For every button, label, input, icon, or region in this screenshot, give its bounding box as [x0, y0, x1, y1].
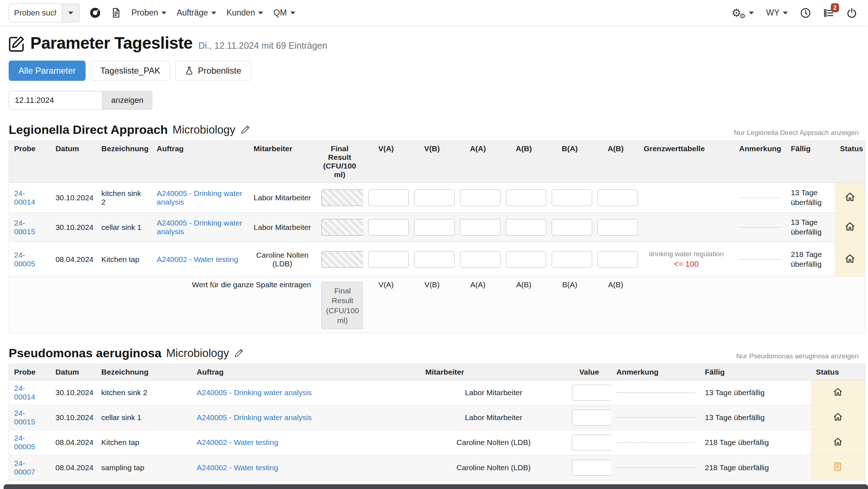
edit-pencil-icon[interactable] [234, 348, 244, 358]
nav-menu-auftraege[interactable]: Aufträge [177, 8, 216, 18]
top-navbar: Proben Aufträge Kunden QM ⚙⚙ WY 2 [0, 0, 868, 26]
ba-input[interactable] [552, 189, 592, 206]
probe-link[interactable]: 24-00005 [14, 251, 35, 268]
settings-menu[interactable]: ⚙⚙ [732, 8, 754, 18]
ab2-input[interactable] [598, 219, 638, 236]
aa-input[interactable] [460, 189, 500, 206]
ab2-input[interactable] [598, 251, 638, 268]
col-faellig: Fällig [786, 141, 835, 183]
value-input[interactable] [572, 435, 611, 450]
tab-probenliste-label: Probenliste [198, 66, 241, 76]
fill-aa-button[interactable]: A(A) [455, 277, 501, 333]
col-auftrag: Auftrag [192, 364, 420, 380]
section-legionella-header: Legionella Direct Approach Microbiology … [9, 123, 859, 137]
auftrag-link[interactable]: A240005 - Drinking water analysis [197, 413, 312, 422]
col-ab2: A(B) [593, 141, 638, 183]
edit-pencil-icon[interactable] [240, 125, 250, 135]
tab-probenliste[interactable]: Probenliste [175, 61, 251, 81]
ab-input[interactable] [506, 189, 546, 206]
fill-ab-button[interactable]: A(B) [501, 277, 547, 333]
col-bezeichnung: Bezeichnung [96, 141, 152, 183]
bezeichnung-cell: cellar sink 1 [96, 213, 152, 242]
va-input[interactable] [368, 219, 409, 236]
legionella-table: Probe Datum Bezeichnung Auftrag Mitarbei… [9, 140, 865, 333]
tab-alle-parameter[interactable]: Alle Parameter [9, 61, 86, 81]
auftrag-link[interactable]: A240005 - Drinking water analysis [157, 219, 242, 236]
col-auftrag: Auftrag [152, 141, 248, 183]
anmerkung-field[interactable] [739, 259, 781, 260]
auftrag-link[interactable]: A240002 - Water testing [197, 438, 278, 446]
value-input[interactable] [572, 385, 611, 401]
va-input[interactable] [368, 189, 409, 206]
document-icon[interactable] [111, 8, 121, 18]
page-subtitle: Di., 12.11.2024 mit 69 Einträgen [198, 40, 327, 51]
va-input[interactable] [368, 251, 409, 268]
anzeigen-button[interactable]: anzeigen [103, 91, 152, 110]
ab2-input[interactable] [598, 189, 638, 206]
probe-link[interactable]: 24-00007 [14, 459, 35, 476]
auftrag-link[interactable]: A240002 - Water testing [157, 255, 238, 263]
auftrag-link[interactable]: A240005 - Drinking water analysis [157, 189, 242, 206]
value-input[interactable] [572, 460, 611, 476]
aa-input[interactable] [460, 251, 500, 268]
anmerkung-field[interactable] [739, 197, 781, 198]
probe-link[interactable]: 24-00014 [14, 384, 35, 401]
search-dropdown-button[interactable] [62, 4, 79, 22]
fill-va-button[interactable]: V(A) [363, 277, 409, 333]
probe-link[interactable]: 24-00005 [14, 434, 35, 451]
tasklist-icon[interactable]: 2 [823, 8, 834, 18]
anmerkung-field[interactable] [616, 442, 695, 443]
col-va: V(A) [363, 141, 409, 183]
search-input[interactable] [9, 4, 62, 22]
faellig-cell: 13 Tage überfällig [786, 183, 835, 213]
page-header: Parameter Tagesliste Di., 12.11.2024 mit… [9, 33, 859, 55]
vb-input[interactable] [414, 219, 455, 236]
anmerkung-field[interactable] [616, 392, 695, 393]
tab-tagesliste-pak[interactable]: Tagesliste_PAK [91, 61, 170, 81]
user-menu[interactable]: WY [766, 8, 788, 18]
bezeichnung-cell: kitchen sink 2 [96, 183, 152, 213]
fill-vb-button[interactable]: V(B) [409, 277, 455, 333]
value-input[interactable] [572, 410, 611, 425]
dashboard-donut-icon[interactable] [90, 7, 101, 18]
nav-menu-proben[interactable]: Proben [131, 8, 166, 18]
bezeichnung-cell: Kitchen tap [96, 430, 192, 455]
ab-input[interactable] [506, 219, 546, 236]
nav-menu-qm[interactable]: QM [273, 8, 295, 18]
date-input[interactable] [9, 91, 103, 110]
section-category: Microbiology [173, 123, 235, 136]
vb-input[interactable] [414, 189, 455, 206]
ba-input[interactable] [552, 251, 592, 268]
auftrag-link[interactable]: A240002 - Water testing [197, 463, 278, 472]
anmerkung-field[interactable] [739, 227, 781, 228]
chevron-down-icon [749, 12, 754, 14]
anmerkung-field[interactable] [616, 417, 695, 418]
table-row: 24-00015 30.10.2024 cellar sink 1 A24000… [9, 213, 865, 242]
vb-input[interactable] [414, 251, 455, 268]
gears-icon: ⚙⚙ [732, 8, 741, 18]
probe-link[interactable]: 24-00014 [14, 189, 35, 206]
nav-menu-kunden[interactable]: Kunden [226, 8, 263, 18]
ba-input[interactable] [552, 219, 592, 236]
probe-link[interactable]: 24-00015 [14, 219, 35, 236]
auftrag-link[interactable]: A240005 - Drinking water analysis [197, 388, 312, 397]
probe-link[interactable]: 24-00015 [14, 409, 35, 426]
ab-input[interactable] [506, 251, 546, 268]
col-status: Status [811, 364, 865, 380]
anmerkung-field[interactable] [616, 467, 695, 468]
filter-only-pseudomonas-link[interactable]: Nur Pseudomonas aeruginosa anzeigen [736, 352, 859, 360]
aa-input[interactable] [460, 219, 500, 236]
fill-ba-button[interactable]: B(A) [547, 277, 593, 333]
faellig-cell: 218 Tage überfällig [786, 242, 835, 277]
fill-ab2-button[interactable]: A(B) [593, 277, 638, 333]
col-grenzwerttabelle: Grenzwerttabelle [639, 141, 734, 183]
user-initials: WY [766, 8, 780, 18]
logout-power-icon[interactable] [846, 8, 857, 18]
table-row: 24-00005 08.04.2024 Kitchen tap A240002 … [9, 242, 865, 277]
col-datum: Datum [51, 364, 96, 380]
chevron-down-icon [161, 12, 166, 14]
mitarbeiter-cell: Caroline Nolten (LDB) [420, 455, 567, 480]
clock-icon[interactable] [800, 8, 811, 18]
filter-only-legionella-link[interactable]: Nur Legionella Direct Approach anzeigen [734, 129, 859, 137]
bezeichnung-cell: kitchen sink 2 [96, 380, 192, 405]
